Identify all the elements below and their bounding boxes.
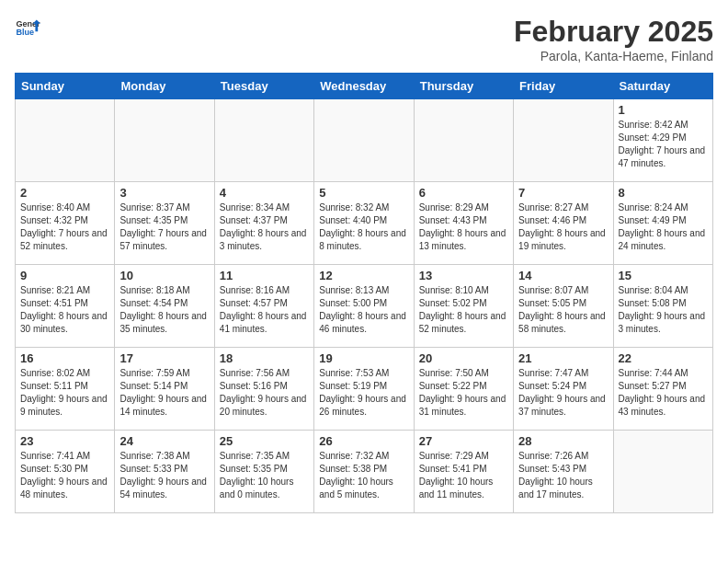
day-number: 14 <box>518 269 608 282</box>
calendar-header-row: SundayMondayTuesdayWednesdayThursdayFrid… <box>16 74 713 99</box>
calendar-cell: 18Sunrise: 7:56 AM Sunset: 5:16 PM Dayli… <box>214 348 313 431</box>
day-number: 22 <box>619 351 708 365</box>
logo: General Blue <box>15 15 44 40</box>
calendar-cell: 5Sunrise: 8:32 AM Sunset: 4:40 PM Daylig… <box>314 182 414 265</box>
calendar-cell: 6Sunrise: 8:29 AM Sunset: 4:43 PM Daylig… <box>414 182 513 265</box>
calendar-cell <box>414 99 513 182</box>
day-info: Sunrise: 7:56 AM Sunset: 5:16 PM Dayligh… <box>220 367 309 419</box>
day-info: Sunrise: 7:53 AM Sunset: 5:19 PM Dayligh… <box>319 367 408 419</box>
calendar-cell <box>314 99 414 182</box>
calendar-cell <box>214 99 313 182</box>
day-info: Sunrise: 8:13 AM Sunset: 5:00 PM Dayligh… <box>319 284 408 336</box>
calendar-cell: 1Sunrise: 8:42 AM Sunset: 4:29 PM Daylig… <box>613 99 712 182</box>
calendar-cell: 14Sunrise: 8:07 AM Sunset: 5:05 PM Dayli… <box>514 265 613 348</box>
calendar-cell: 22Sunrise: 7:44 AM Sunset: 5:27 PM Dayli… <box>613 348 712 431</box>
calendar-header-thursday: Thursday <box>414 74 513 99</box>
calendar-cell: 7Sunrise: 8:27 AM Sunset: 4:46 PM Daylig… <box>514 182 613 265</box>
calendar-cell: 11Sunrise: 8:16 AM Sunset: 4:57 PM Dayli… <box>214 265 313 348</box>
calendar-cell: 21Sunrise: 7:47 AM Sunset: 5:24 PM Dayli… <box>514 348 613 431</box>
day-info: Sunrise: 7:50 AM Sunset: 5:22 PM Dayligh… <box>419 367 508 419</box>
calendar-cell: 9Sunrise: 8:21 AM Sunset: 4:51 PM Daylig… <box>16 265 115 348</box>
day-number: 6 <box>419 186 508 200</box>
day-info: Sunrise: 7:38 AM Sunset: 5:33 PM Dayligh… <box>119 450 209 501</box>
header: General Blue February 2025 Parola, Kanta… <box>15 15 713 63</box>
calendar-cell: 2Sunrise: 8:40 AM Sunset: 4:32 PM Daylig… <box>16 182 115 265</box>
day-number: 1 <box>619 103 708 117</box>
day-number: 17 <box>119 351 209 365</box>
day-info: Sunrise: 7:44 AM Sunset: 5:27 PM Dayligh… <box>619 367 708 419</box>
calendar-cell <box>115 99 214 182</box>
day-info: Sunrise: 8:21 AM Sunset: 4:51 PM Dayligh… <box>20 284 109 336</box>
title-area: February 2025 Parola, Kanta-Haeme, Finla… <box>514 15 713 63</box>
day-number: 5 <box>319 186 408 200</box>
day-info: Sunrise: 8:16 AM Sunset: 4:57 PM Dayligh… <box>220 284 309 336</box>
day-number: 10 <box>119 269 209 282</box>
day-info: Sunrise: 7:32 AM Sunset: 5:38 PM Dayligh… <box>319 450 408 501</box>
calendar-cell: 23Sunrise: 7:41 AM Sunset: 5:30 PM Dayli… <box>16 431 115 513</box>
day-number: 28 <box>518 434 608 448</box>
day-info: Sunrise: 8:02 AM Sunset: 5:11 PM Dayligh… <box>20 367 109 419</box>
page-title: February 2025 <box>514 15 713 49</box>
day-number: 21 <box>518 351 608 365</box>
svg-text:Blue: Blue <box>16 28 34 37</box>
week-row-3: 16Sunrise: 8:02 AM Sunset: 5:11 PM Dayli… <box>16 348 713 431</box>
day-info: Sunrise: 7:35 AM Sunset: 5:35 PM Dayligh… <box>220 450 309 501</box>
day-number: 7 <box>518 186 608 200</box>
calendar-cell: 24Sunrise: 7:38 AM Sunset: 5:33 PM Dayli… <box>115 431 214 513</box>
day-number: 25 <box>220 434 309 448</box>
day-number: 27 <box>419 434 508 448</box>
day-info: Sunrise: 8:18 AM Sunset: 4:54 PM Dayligh… <box>119 284 209 336</box>
calendar-cell: 28Sunrise: 7:26 AM Sunset: 5:43 PM Dayli… <box>514 431 613 513</box>
calendar-header-sunday: Sunday <box>16 74 115 99</box>
calendar-cell: 27Sunrise: 7:29 AM Sunset: 5:41 PM Dayli… <box>414 431 513 513</box>
calendar-header-friday: Friday <box>514 74 613 99</box>
day-number: 15 <box>619 269 708 282</box>
calendar-cell: 12Sunrise: 8:13 AM Sunset: 5:00 PM Dayli… <box>314 265 414 348</box>
day-info: Sunrise: 8:10 AM Sunset: 5:02 PM Dayligh… <box>419 284 508 336</box>
calendar-header-saturday: Saturday <box>613 74 712 99</box>
day-number: 4 <box>220 186 309 200</box>
day-number: 2 <box>20 186 109 200</box>
calendar-cell: 26Sunrise: 7:32 AM Sunset: 5:38 PM Dayli… <box>314 431 414 513</box>
calendar-cell: 25Sunrise: 7:35 AM Sunset: 5:35 PM Dayli… <box>214 431 313 513</box>
day-number: 18 <box>220 351 309 365</box>
week-row-0: 1Sunrise: 8:42 AM Sunset: 4:29 PM Daylig… <box>16 99 713 182</box>
logo-icon: General Blue <box>15 15 40 40</box>
calendar-header-tuesday: Tuesday <box>214 74 313 99</box>
calendar-table: SundayMondayTuesdayWednesdayThursdayFrid… <box>15 73 713 513</box>
calendar-cell: 8Sunrise: 8:24 AM Sunset: 4:49 PM Daylig… <box>613 182 712 265</box>
week-row-2: 9Sunrise: 8:21 AM Sunset: 4:51 PM Daylig… <box>16 265 713 348</box>
day-info: Sunrise: 8:37 AM Sunset: 4:35 PM Dayligh… <box>119 201 209 253</box>
day-info: Sunrise: 7:59 AM Sunset: 5:14 PM Dayligh… <box>119 367 209 419</box>
calendar-header-monday: Monday <box>115 74 214 99</box>
calendar-cell <box>514 99 613 182</box>
week-row-4: 23Sunrise: 7:41 AM Sunset: 5:30 PM Dayli… <box>16 431 713 513</box>
day-info: Sunrise: 8:40 AM Sunset: 4:32 PM Dayligh… <box>20 201 109 253</box>
calendar-cell: 3Sunrise: 8:37 AM Sunset: 4:35 PM Daylig… <box>115 182 214 265</box>
day-info: Sunrise: 7:47 AM Sunset: 5:24 PM Dayligh… <box>518 367 608 419</box>
day-number: 12 <box>319 269 408 282</box>
day-number: 24 <box>119 434 209 448</box>
day-info: Sunrise: 8:29 AM Sunset: 4:43 PM Dayligh… <box>419 201 508 253</box>
day-info: Sunrise: 8:24 AM Sunset: 4:49 PM Dayligh… <box>619 201 708 253</box>
day-number: 9 <box>20 269 109 282</box>
day-number: 20 <box>419 351 508 365</box>
calendar-cell: 4Sunrise: 8:34 AM Sunset: 4:37 PM Daylig… <box>214 182 313 265</box>
day-info: Sunrise: 8:27 AM Sunset: 4:46 PM Dayligh… <box>518 201 608 253</box>
calendar-cell: 20Sunrise: 7:50 AM Sunset: 5:22 PM Dayli… <box>414 348 513 431</box>
day-info: Sunrise: 7:29 AM Sunset: 5:41 PM Dayligh… <box>419 450 508 501</box>
day-info: Sunrise: 8:32 AM Sunset: 4:40 PM Dayligh… <box>319 201 408 253</box>
calendar-cell: 13Sunrise: 8:10 AM Sunset: 5:02 PM Dayli… <box>414 265 513 348</box>
day-info: Sunrise: 8:04 AM Sunset: 5:08 PM Dayligh… <box>619 284 708 336</box>
day-info: Sunrise: 8:42 AM Sunset: 4:29 PM Dayligh… <box>619 119 708 170</box>
calendar-cell: 10Sunrise: 8:18 AM Sunset: 4:54 PM Dayli… <box>115 265 214 348</box>
day-info: Sunrise: 8:34 AM Sunset: 4:37 PM Dayligh… <box>220 201 309 253</box>
day-number: 3 <box>119 186 209 200</box>
page-subtitle: Parola, Kanta-Haeme, Finland <box>514 49 713 63</box>
calendar-cell: 19Sunrise: 7:53 AM Sunset: 5:19 PM Dayli… <box>314 348 414 431</box>
day-number: 19 <box>319 351 408 365</box>
day-number: 26 <box>319 434 408 448</box>
day-info: Sunrise: 8:07 AM Sunset: 5:05 PM Dayligh… <box>518 284 608 336</box>
calendar-cell: 17Sunrise: 7:59 AM Sunset: 5:14 PM Dayli… <box>115 348 214 431</box>
day-info: Sunrise: 7:26 AM Sunset: 5:43 PM Dayligh… <box>518 450 608 501</box>
